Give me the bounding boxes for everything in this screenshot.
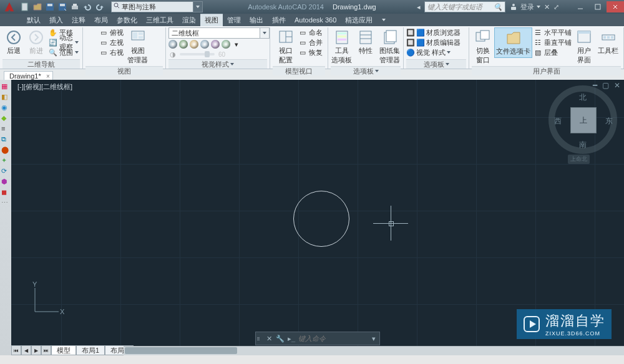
saveas-icon[interactable]: [57, 2, 67, 12]
viewright-button[interactable]: ▭右视: [99, 47, 124, 57]
viewcube-e[interactable]: 东: [605, 116, 613, 127]
mateditor-button[interactable]: 🔲🟦材质编辑器: [406, 37, 461, 47]
tab-insert[interactable]: 插入: [45, 14, 67, 26]
tab-express[interactable]: 精选应用: [341, 14, 377, 26]
workspace-select[interactable]: 草图与注释: [111, 1, 193, 12]
print-icon[interactable]: [70, 2, 80, 12]
h-scroll-thumb[interactable]: [125, 347, 237, 354]
lt-obj9-icon[interactable]: ⬢: [1, 178, 10, 186]
redo-icon[interactable]: [95, 2, 105, 12]
back-button[interactable]: 后退: [2, 27, 25, 57]
vstyle-button[interactable]: 🔵视觉 样式: [406, 47, 451, 57]
layout-model[interactable]: 模型: [51, 345, 76, 355]
new-icon[interactable]: [20, 2, 30, 12]
drawing-canvas[interactable]: [-][俯视][二维线框] ━ ▢ ✕ Y X 上 北 南 西 东 上命北: [11, 80, 624, 355]
toolpalette-button[interactable]: 工具 选项板: [329, 27, 354, 66]
open-icon[interactable]: [32, 2, 42, 12]
viewcube-s[interactable]: 南: [579, 140, 587, 150]
tab-render[interactable]: 渲染: [178, 14, 200, 26]
undo-icon[interactable]: [82, 2, 92, 12]
maximize-button[interactable]: [589, 1, 607, 12]
toolbar-button[interactable]: 工具栏: [595, 27, 621, 57]
layout-last-icon[interactable]: ⏭: [41, 345, 51, 355]
viewcube-n[interactable]: 北: [579, 92, 587, 103]
tab-layout[interactable]: 布局: [90, 14, 112, 26]
minimize-button[interactable]: [572, 1, 589, 12]
close-tab-icon[interactable]: ×: [46, 73, 50, 80]
help-search[interactable]: 键入关键字或短语 🔍: [424, 1, 505, 12]
lt-grid-icon[interactable]: ▦: [1, 82, 10, 91]
switchwin-button[interactable]: 切换 窗口: [472, 27, 494, 66]
lt-obj5-icon[interactable]: ⧉: [1, 135, 10, 144]
stayconnected-icon[interactable]: ⤢: [553, 3, 559, 11]
style-ball1-icon[interactable]: [168, 40, 177, 49]
viewtop-button[interactable]: ▭俯视: [99, 27, 124, 37]
lt-obj6-icon[interactable]: ⬤: [1, 146, 10, 155]
cmd-grip-icon[interactable]: [256, 337, 263, 340]
cmd-chevron-icon[interactable]: ▸_: [286, 333, 297, 344]
lt-obj8-icon[interactable]: ⟳: [1, 167, 10, 176]
viewport-label[interactable]: [-][俯视][二维线框]: [17, 82, 72, 92]
cascade-button[interactable]: ▧层叠: [534, 47, 572, 57]
search-go-icon[interactable]: 🔍: [494, 2, 502, 11]
layout-prev-icon[interactable]: ◀: [21, 345, 31, 355]
info-arrow-icon[interactable]: ◂: [417, 3, 421, 11]
tab-view[interactable]: 视图: [200, 14, 223, 26]
tab-annotate[interactable]: 注释: [67, 14, 90, 26]
lt-obj10-icon[interactable]: ◼: [1, 188, 10, 197]
tab-manage[interactable]: 管理: [223, 14, 245, 26]
viewportconfig-button[interactable]: 视口 配置: [275, 27, 297, 66]
command-line[interactable]: ✕ 🔧 ▸_ ▾: [255, 332, 380, 345]
h-scrollbar[interactable]: [124, 346, 624, 355]
tab-parametric[interactable]: 参数化: [112, 14, 142, 26]
style-ball4-icon[interactable]: [200, 40, 209, 49]
layout-first-icon[interactable]: ⏮: [11, 345, 21, 355]
lt-obj3-icon[interactable]: ◆: [1, 114, 10, 123]
cmd-wrench-icon[interactable]: 🔧: [275, 333, 286, 344]
vp-merge-button[interactable]: ▭合并: [298, 37, 323, 47]
vp-max-icon[interactable]: ▢: [602, 81, 609, 90]
viewcube-w[interactable]: 西: [554, 116, 562, 127]
viewcube[interactable]: 上 北 南 西 东 上命北: [555, 92, 612, 148]
tab-default[interactable]: 默认: [22, 14, 45, 26]
visualstyle-select[interactable]: 二维线框: [168, 27, 270, 39]
drawn-circle[interactable]: [293, 191, 349, 247]
userui-button[interactable]: 用户 界面: [573, 27, 595, 66]
tab-plugins[interactable]: 插件: [268, 14, 290, 26]
style-ball6-icon[interactable]: [222, 40, 230, 49]
sheetset-button[interactable]: 图纸集 管理器: [377, 27, 402, 66]
vp-restore-button[interactable]: ▭恢复: [298, 47, 323, 57]
props-button[interactable]: 特性: [354, 27, 377, 57]
exchange-icon[interactable]: ✕: [544, 3, 550, 11]
close-button[interactable]: [607, 1, 624, 12]
chevron-down-icon[interactable]: [260, 28, 269, 38]
extent-button[interactable]: 🔍范围: [49, 47, 79, 57]
vlayout-button[interactable]: ☷垂直平铺: [534, 37, 572, 47]
lt-obj4-icon[interactable]: ≡: [1, 125, 10, 133]
cmd-expand-icon[interactable]: ▾: [368, 333, 379, 344]
viewcube-face[interactable]: 上: [570, 107, 597, 133]
lt-obj7-icon[interactable]: ✦: [1, 156, 10, 165]
lt-obj1-icon[interactable]: ◧: [1, 93, 10, 102]
lt-obj2-icon[interactable]: ◉: [1, 103, 10, 112]
hlayout-button[interactable]: ☰水平平铺: [534, 27, 572, 37]
signin-button[interactable]: 登录: [509, 2, 540, 12]
layout-1[interactable]: 布局1: [76, 345, 105, 355]
doctab-drawing1[interactable]: Drawing1* ×: [4, 71, 53, 80]
viewmanager-button[interactable]: 视图 管理器: [125, 27, 150, 66]
matbrowser-button[interactable]: 🔲🟦材质浏览器: [406, 27, 461, 37]
vp-named-button[interactable]: ▭命名: [298, 27, 323, 37]
lt-obj11-icon[interactable]: ⋯: [1, 199, 10, 208]
tab-a360[interactable]: Autodesk 360: [290, 15, 341, 25]
orbit-button[interactable]: 🔄动态观察: [49, 37, 79, 47]
save-icon[interactable]: [45, 2, 55, 12]
cmd-close-icon[interactable]: ✕: [263, 333, 275, 344]
viewcube-compass[interactable]: 上命北: [568, 155, 590, 164]
vp-close-icon[interactable]: ✕: [614, 81, 620, 90]
style-ball2-icon[interactable]: [179, 40, 188, 49]
command-input[interactable]: [297, 334, 368, 343]
viewleft-button[interactable]: ▭左视: [99, 37, 124, 47]
workspace-dropdown-icon[interactable]: [193, 1, 203, 12]
tab-output[interactable]: 输出: [245, 14, 268, 26]
style-more-icon[interactable]: ▾: [232, 40, 241, 49]
